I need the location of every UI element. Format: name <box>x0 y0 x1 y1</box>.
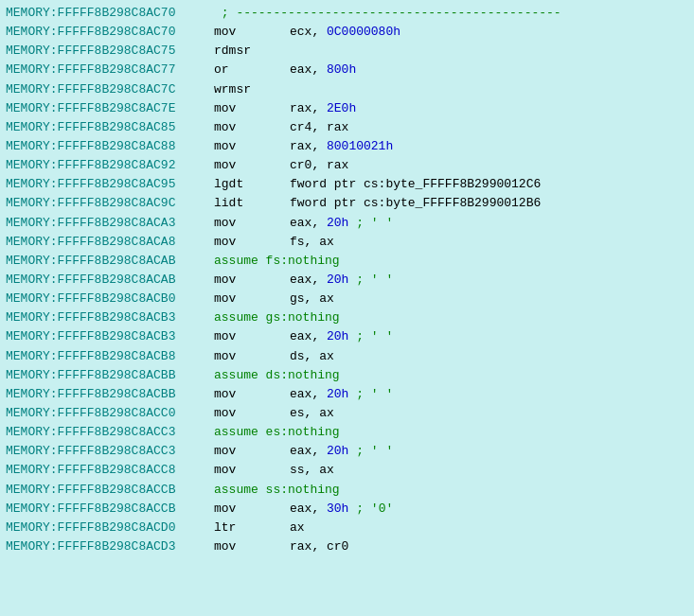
address: MEMORY:FFFFF8B298C8AC77 <box>6 61 214 79</box>
address: MEMORY:FFFFF8B298C8AC9C <box>6 194 214 213</box>
operands: fs, ax <box>290 233 334 252</box>
operand-text: eax, <box>290 61 327 79</box>
address: MEMORY:FFFFF8B298C8AC88 <box>6 137 214 156</box>
table-row: MEMORY:FFFFF8B298C8ACA3moveax, 20h ; ' ' <box>6 214 688 233</box>
mnemonic: mov <box>214 442 290 461</box>
address: MEMORY:FFFFF8B298C8AC95 <box>6 175 214 194</box>
address: MEMORY:FFFFF8B298C8AC70 <box>6 23 214 42</box>
address: MEMORY:FFFFF8B298C8ACD0 <box>6 519 214 537</box>
address: MEMORY:FFFFF8B298C8ACD3 <box>6 537 214 556</box>
table-row: MEMORY:FFFFF8B298C8AC95lgdtfword ptr cs:… <box>6 175 688 194</box>
address: MEMORY:FFFFF8B298C8AC92 <box>6 156 214 175</box>
table-row: MEMORY:FFFFF8B298C8ACABassume fs:nothing <box>6 252 688 271</box>
disassembly-view: MEMORY:FFFFF8B298C8AC70 ; --------------… <box>0 0 694 560</box>
operands: es, ax <box>290 404 334 423</box>
mnemonic: wrmsr <box>214 80 290 99</box>
number-value: 20h <box>327 442 348 461</box>
address: MEMORY:FFFFF8B298C8ACA8 <box>6 233 214 252</box>
inline-comment: ; ' ' <box>348 327 393 346</box>
number-value: 2E0h <box>327 99 356 118</box>
mnemonic: mov <box>214 233 290 252</box>
operand-text: eax, <box>290 442 327 461</box>
address: MEMORY:FFFFF8B298C8ACC3 <box>6 442 214 461</box>
table-row: MEMORY:FFFFF8B298C8ACBBassume ds:nothing <box>6 366 688 385</box>
assume-statement: assume ds:nothing <box>214 366 340 385</box>
mnemonic: mov <box>214 271 290 290</box>
inline-comment: ; ' ' <box>348 214 393 233</box>
mnemonic: ltr <box>214 519 290 537</box>
mnemonic: lgdt <box>214 175 290 194</box>
address: MEMORY:FFFFF8B298C8ACC3 <box>6 423 214 442</box>
table-row: MEMORY:FFFFF8B298C8AC7Emovrax, 2E0h <box>6 99 688 118</box>
operand-text: rax, <box>290 137 327 156</box>
address: MEMORY:FFFFF8B298C8AC70 <box>6 4 214 23</box>
address: MEMORY:FFFFF8B298C8ACBB <box>6 385 214 404</box>
table-row: MEMORY:FFFFF8B298C8AC70movecx, 0C0000080… <box>6 23 688 42</box>
address: MEMORY:FFFFF8B298C8ACB3 <box>6 327 214 346</box>
operand-text: eax, <box>290 271 327 290</box>
mnemonic: mov <box>214 214 290 233</box>
number-value: 30h <box>327 500 348 519</box>
table-row: MEMORY:FFFFF8B298C8ACC0moves, ax <box>6 404 688 423</box>
operands: cr0, rax <box>290 156 348 175</box>
operand-text: eax, <box>290 500 327 519</box>
mnemonic: mov <box>214 99 290 118</box>
mnemonic: rdmsr <box>214 42 290 61</box>
mnemonic: mov <box>214 156 290 175</box>
address: MEMORY:FFFFF8B298C8ACC0 <box>6 404 214 423</box>
table-row: MEMORY:FFFFF8B298C8ACD0ltrax <box>6 519 688 537</box>
operand-text: rax, <box>290 99 327 118</box>
address: MEMORY:FFFFF8B298C8ACCB <box>6 481 214 500</box>
table-row: MEMORY:FFFFF8B298C8AC92movcr0, rax <box>6 156 688 175</box>
inline-comment: ; ' ' <box>348 385 393 404</box>
number-value: 20h <box>327 271 348 290</box>
table-row: MEMORY:FFFFF8B298C8ACCBassume ss:nothing <box>6 481 688 500</box>
table-row: MEMORY:FFFFF8B298C8AC75rdmsr <box>6 42 688 61</box>
address: MEMORY:FFFFF8B298C8ACB0 <box>6 290 214 308</box>
table-row: MEMORY:FFFFF8B298C8AC85movcr4, rax <box>6 118 688 137</box>
table-row: MEMORY:FFFFF8B298C8ACC3moveax, 20h ; ' ' <box>6 442 688 461</box>
table-row: MEMORY:FFFFF8B298C8AC9Clidtfword ptr cs:… <box>6 194 688 213</box>
number-value: 0C0000080h <box>327 23 400 42</box>
assume-statement: assume fs:nothing <box>214 252 340 271</box>
table-row: MEMORY:FFFFF8B298C8ACB3moveax, 20h ; ' ' <box>6 327 688 346</box>
operands: rax, cr0 <box>290 537 348 556</box>
number-value: 80010021h <box>327 137 393 156</box>
operands: ds, ax <box>290 347 334 366</box>
table-row: MEMORY:FFFFF8B298C8AC88movrax, 80010021h <box>6 137 688 156</box>
operands: ax <box>290 519 305 537</box>
address: MEMORY:FFFFF8B298C8ACBB <box>6 366 214 385</box>
address: MEMORY:FFFFF8B298C8AC75 <box>6 42 214 61</box>
address: MEMORY:FFFFF8B298C8AC85 <box>6 118 214 137</box>
operands: gs, ax <box>290 290 334 308</box>
number-value: 20h <box>327 214 348 233</box>
mnemonic: mov <box>214 327 290 346</box>
address: MEMORY:FFFFF8B298C8AC7C <box>6 80 214 99</box>
assume-statement: assume ss:nothing <box>214 481 340 500</box>
table-row: MEMORY:FFFFF8B298C8ACB8movds, ax <box>6 347 688 366</box>
table-row: MEMORY:FFFFF8B298C8ACCBmoveax, 30h ; '0' <box>6 500 688 519</box>
inline-comment: ; ' ' <box>348 271 393 290</box>
comment: ; --------------------------------------… <box>214 4 561 23</box>
address: MEMORY:FFFFF8B298C8ACB8 <box>6 347 214 366</box>
mnemonic: mov <box>214 23 290 42</box>
inline-comment: ; ' ' <box>348 442 393 461</box>
assume-statement: assume es:nothing <box>214 423 340 442</box>
operand-text: eax, <box>290 214 327 233</box>
mnemonic: mov <box>214 137 290 156</box>
mnemonic: mov <box>214 500 290 519</box>
number-value: 800h <box>327 61 356 79</box>
mnemonic: mov <box>214 118 290 137</box>
inline-comment: ; '0' <box>348 500 393 519</box>
table-row: MEMORY:FFFFF8B298C8ACABmoveax, 20h ; ' ' <box>6 271 688 290</box>
table-row: MEMORY:FFFFF8B298C8AC77oreax, 800h <box>6 61 688 79</box>
number-value: 20h <box>327 327 348 346</box>
table-row: MEMORY:FFFFF8B298C8ACD3movrax, cr0 <box>6 537 688 556</box>
assume-statement: assume gs:nothing <box>214 308 340 327</box>
address: MEMORY:FFFFF8B298C8ACAB <box>6 252 214 271</box>
mnemonic: lidt <box>214 194 290 213</box>
table-row: MEMORY:FFFFF8B298C8ACB0movgs, ax <box>6 290 688 308</box>
mnemonic: mov <box>214 461 290 480</box>
operand-text: eax, <box>290 385 327 404</box>
table-row: MEMORY:FFFFF8B298C8ACB3assume gs:nothing <box>6 308 688 327</box>
